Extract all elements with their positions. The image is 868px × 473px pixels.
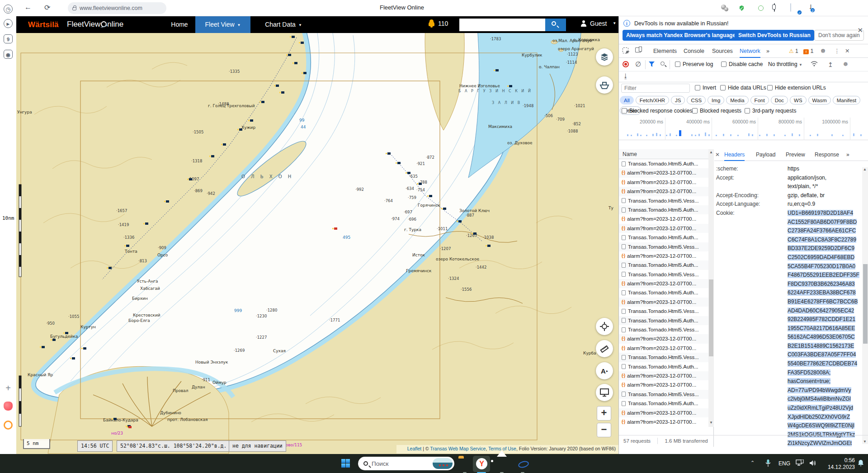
vessel-marker[interactable] [113, 418, 117, 420]
clock-date[interactable]: 14.12.2023 [821, 464, 855, 470]
request-row[interactable]: (·)alarm?from=2023-12-07T00... [619, 334, 708, 343]
vessel-marker[interactable] [65, 332, 68, 334]
microphone-icon[interactable] [765, 459, 771, 469]
tab-console[interactable]: Console [684, 44, 704, 58]
request-row[interactable]: (·)alarm?from=2023-12-07T00... [619, 371, 708, 380]
request-row[interactable]: Transas.Tornado.Html5.Auth... [619, 362, 708, 371]
clear-icon[interactable]: ∅ [635, 60, 641, 68]
request-row[interactable]: Transas.Tornado.Html5.Vess... [619, 270, 708, 279]
tab-headers[interactable]: Headers [724, 149, 745, 161]
issues-badge[interactable]: ! 1 [803, 44, 813, 58]
detail-scrollbar[interactable]: ▲ ▼ [862, 167, 868, 444]
more-options-icon[interactable]: ⋮ [834, 44, 840, 58]
request-row[interactable]: (·)alarm?from=2023-12-07T00... [619, 279, 708, 288]
vessel-marker[interactable] [189, 178, 192, 180]
filter-chip-css[interactable]: CSS [687, 96, 706, 104]
request-row[interactable]: Transas.Tornado.Html5.Auth... [619, 233, 708, 242]
vessel-marker[interactable] [294, 62, 297, 64]
header-search-button[interactable] [545, 19, 566, 31]
bookmark-icon[interactable] [702, 4, 711, 13]
language-indicator[interactable]: ENG [778, 460, 790, 467]
switch-russian-button[interactable]: Switch DevTools to Russian [735, 30, 814, 41]
fleet-button[interactable] [596, 76, 613, 94]
scroll-up-icon[interactable]: ▲ [862, 167, 868, 171]
vessel-marker[interactable] [72, 357, 75, 359]
third-party-checkbox[interactable]: 3rd-party requests [745, 108, 796, 114]
request-row[interactable]: (·)alarm?from=2023-12-07T00... [619, 408, 708, 417]
vessel-marker[interactable] [166, 200, 169, 203]
favorites-icon[interactable] [4, 402, 13, 411]
request-row[interactable]: (·)alarm?from=2023-12-07T00... [619, 344, 708, 353]
scrollbar-thumb[interactable] [863, 264, 868, 344]
network-settings-icon[interactable]: ☸ [843, 61, 848, 67]
play-icon[interactable]: ▶ [4, 19, 13, 28]
match-language-button[interactable]: Always match Yandex Browser's language [623, 30, 739, 41]
vessel-marker[interactable] [407, 172, 410, 174]
request-row[interactable]: (·)alarm?from=2023-12-07T00... [619, 224, 708, 233]
vessel-marker[interactable] [126, 245, 129, 247]
zoom-in-button[interactable]: + [597, 406, 611, 421]
annotate-button[interactable]: A▸ [596, 362, 613, 379]
network-conditions-icon[interactable] [811, 61, 818, 68]
request-row[interactable]: Transas.Tornado.Html5.Auth... [619, 205, 708, 214]
tab-network[interactable]: Network [740, 44, 760, 58]
filter-chip-media[interactable]: Media [726, 96, 748, 104]
reload-button[interactable]: ⟳ [44, 3, 50, 12]
request-row[interactable]: (·)alarm?from=2023-12-07T00... [619, 187, 708, 196]
notification-bell-icon[interactable] [858, 459, 864, 468]
nav-chart-data[interactable]: Chart Data▼ [259, 16, 308, 33]
blocked-cookies-checkbox[interactable]: Blocked response cookies [622, 108, 692, 114]
preserve-log-checkbox[interactable]: Preserve log [675, 61, 713, 67]
layers-button[interactable] [596, 48, 613, 66]
nautical-chart-map[interactable]: оз.Мал. Арангатуйо. Коврижкаозеро Аранга… [16, 33, 618, 454]
user-menu[interactable]: Guest▼ [580, 20, 616, 27]
locate-button[interactable] [596, 318, 613, 335]
hide-extension-urls-checkbox[interactable]: Hide extension URLs [767, 85, 826, 91]
disable-cache-checkbox[interactable]: Disable cache [721, 61, 763, 67]
export-har-icon[interactable]: ⭳ [623, 72, 629, 80]
vessel-marker[interactable] [261, 101, 264, 103]
request-scrollbar[interactable]: ▲ ▼ [708, 149, 714, 427]
vessel-marker[interactable] [276, 85, 279, 87]
vessel-marker-alert[interactable] [128, 426, 132, 428]
back-button[interactable]: ← [24, 3, 32, 11]
settings-gear-icon[interactable]: ☸ [821, 44, 826, 58]
request-row[interactable]: (·)alarm?from=2023-12-07T00... [619, 168, 708, 177]
vessel-marker-alert[interactable] [334, 227, 337, 230]
invert-checkbox[interactable]: Invert [695, 85, 716, 91]
filter-chip-all[interactable]: All [620, 96, 634, 104]
tray-expand-icon[interactable]: ⌃ [750, 460, 755, 466]
network-filter-input[interactable] [621, 84, 690, 93]
scroll-up-icon[interactable]: ▲ [708, 150, 714, 154]
close-detail-icon[interactable]: ✕ [715, 149, 720, 161]
vessel-marker[interactable] [52, 339, 56, 341]
zoom-out-button[interactable]: − [597, 423, 611, 437]
daily-image-thumbnail[interactable] [433, 458, 453, 469]
vessel-marker[interactable] [42, 346, 45, 348]
vessel-marker[interactable] [419, 183, 422, 185]
vessel-marker[interactable] [211, 155, 214, 157]
request-row[interactable]: (·)alarm?from=2023-12-07T00... [619, 214, 708, 223]
filter-chip-wasm[interactable]: Wasm [808, 96, 831, 104]
filter-chip-fetch-xhr[interactable]: Fetch/XHR [636, 96, 669, 104]
vessel-marker[interactable] [458, 220, 462, 222]
tab-count-badge[interactable]: 9 [4, 34, 13, 43]
vessel-marker[interactable] [301, 42, 304, 44]
vessel-marker[interactable] [303, 72, 307, 74]
request-row[interactable]: (·)alarm?from=2023-12-07T00... [619, 251, 708, 260]
request-row[interactable]: Transas.Tornado.Html5.Vess... [619, 196, 708, 205]
close-devtools-icon[interactable]: ✕ [845, 44, 849, 58]
address-bar[interactable]: www.fleetviewonline.com [68, 2, 166, 14]
adblock-shield-icon[interactable]: ✓ [739, 4, 748, 13]
tab-sources[interactable]: Sources [712, 44, 733, 58]
vessel-marker[interactable] [288, 54, 291, 56]
request-row[interactable]: Transas.Tornado.Html5.Auth... [619, 316, 708, 325]
request-row[interactable]: Transas.Tornado.Html5.Vess... [619, 242, 708, 251]
dont-show-button[interactable]: Don't show again [814, 30, 864, 41]
assistant-icon[interactable] [4, 421, 13, 430]
request-row[interactable]: (·)alarm?from=2023-12-07T00... [619, 417, 708, 426]
tab-elements[interactable]: Elements [653, 44, 677, 58]
alarm-bell[interactable]: 110 [429, 20, 448, 27]
import-har-icon[interactable]: ↥ [828, 61, 833, 68]
vessel-marker[interactable] [487, 245, 491, 247]
